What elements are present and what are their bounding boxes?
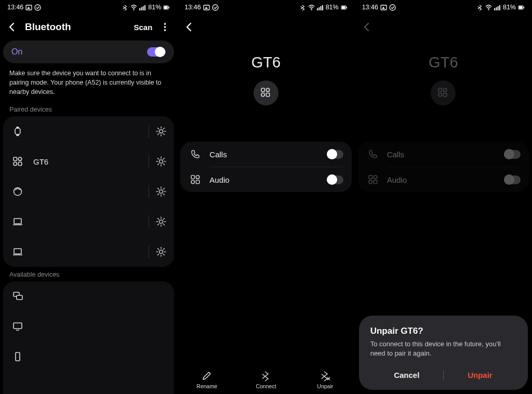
device-name-title: GT6 <box>355 54 532 71</box>
gear-icon[interactable] <box>155 156 167 167</box>
gear-icon[interactable] <box>155 246 167 257</box>
check-icon <box>389 4 396 11</box>
widget-icon <box>260 87 272 99</box>
back-button[interactable] <box>361 21 373 33</box>
battery-pct: 81% <box>326 4 339 11</box>
gear-icon[interactable] <box>155 216 167 227</box>
header: Bluetooth Scan <box>0 15 177 39</box>
feature-card: Calls Audio <box>358 142 529 192</box>
check-icon <box>34 4 41 11</box>
gear-icon[interactable] <box>155 186 167 197</box>
tv-icon <box>10 321 25 332</box>
paired-device-row[interactable] <box>3 176 174 207</box>
signal-icon <box>494 4 501 11</box>
wifi-icon <box>308 4 315 11</box>
available-device-row[interactable] <box>3 281 174 311</box>
status-bar: 13:46 81% <box>0 0 177 15</box>
screen-unpair-dialog: 13:46 81% GT6 Calls Audio <box>355 0 532 394</box>
unpair-icon <box>320 370 331 382</box>
available-devices-card <box>3 281 174 394</box>
connect-button[interactable]: Connect <box>236 365 296 394</box>
rename-button[interactable]: Rename <box>177 365 236 394</box>
device-name-title: GT6 <box>177 54 354 71</box>
device-icon-badge <box>431 80 456 105</box>
cancel-button[interactable]: Cancel <box>370 365 443 385</box>
header <box>177 15 354 39</box>
watch-icon <box>10 126 25 137</box>
bluetooth-icon <box>477 4 483 11</box>
laptop-icon <box>10 216 25 227</box>
status-time: 13:46 <box>184 4 201 11</box>
confirm-unpair-button[interactable]: Unpair <box>444 365 516 385</box>
dialog-title: Unpair GT6? <box>370 326 516 336</box>
audio-toggle <box>504 175 521 184</box>
paired-devices-card: GT6 <box>3 116 174 267</box>
unpair-button[interactable]: Unpair <box>296 365 355 394</box>
img-icon <box>203 4 210 11</box>
globe-icon <box>10 186 25 197</box>
phone-icon <box>366 148 380 160</box>
audio-row[interactable]: Audio <box>180 167 351 192</box>
signal-icon <box>317 4 324 11</box>
audio-toggle[interactable] <box>327 175 343 184</box>
available-device-row[interactable] <box>3 342 174 372</box>
gear-icon[interactable] <box>155 126 167 137</box>
phone-icon <box>189 148 202 160</box>
battery-pct: 81% <box>503 4 516 11</box>
bluetooth-icon <box>122 4 128 11</box>
pairing-info-text: Make sure the device you want to connect… <box>0 69 177 102</box>
widget-icon <box>189 174 202 185</box>
available-devices-label: Available devices <box>0 267 177 281</box>
bluetooth-icon <box>300 4 306 11</box>
battery-icon <box>341 4 348 11</box>
calls-toggle[interactable] <box>327 150 343 159</box>
page-title: Bluetooth <box>25 21 71 33</box>
calls-row[interactable]: Calls <box>180 142 351 167</box>
scan-button[interactable]: Scan <box>134 23 152 32</box>
bottom-action-bar: Rename Connect Unpair <box>177 365 354 394</box>
status-bar: 13:46 81% <box>355 0 532 15</box>
screen-bluetooth-list: 13:46 81% Bluetooth Scan On Make sure th… <box>0 0 177 394</box>
dialog-text: To connect to this device in the future,… <box>370 339 516 358</box>
calls-row: Calls <box>358 142 529 167</box>
pen-icon <box>201 370 212 382</box>
widget-icon <box>10 156 25 167</box>
battery-icon <box>163 4 170 11</box>
widget-icon <box>437 87 449 99</box>
overflow-menu-button[interactable] <box>158 21 171 33</box>
battery-pct: 81% <box>148 4 161 11</box>
header <box>355 15 532 39</box>
back-button[interactable] <box>183 21 195 33</box>
check-icon <box>212 4 219 11</box>
phone-icon <box>10 351 25 362</box>
audio-row: Audio <box>358 167 529 192</box>
img-icon <box>380 4 387 11</box>
signal-icon <box>139 4 146 11</box>
laptop-icon <box>10 246 25 257</box>
calls-toggle <box>504 150 521 159</box>
status-bar: 13:46 81% <box>177 0 354 15</box>
paired-device-row[interactable] <box>3 207 174 237</box>
back-button[interactable] <box>6 21 18 33</box>
status-time: 13:46 <box>362 4 378 11</box>
screen-device-detail: 13:46 81% GT6 Calls Audio <box>177 0 354 394</box>
widget-icon <box>366 174 380 185</box>
paired-device-row[interactable]: GT6 <box>3 146 174 176</box>
device-name: GT6 <box>33 157 48 166</box>
paired-device-row[interactable] <box>3 237 174 267</box>
paired-device-row[interactable] <box>3 116 174 146</box>
mirror-icon <box>10 291 25 302</box>
paired-devices-label: Paired devices <box>0 102 177 116</box>
battery-icon <box>518 4 525 11</box>
available-device-row[interactable] <box>3 311 174 342</box>
feature-card: Calls Audio <box>180 142 351 192</box>
device-icon-badge <box>254 80 278 105</box>
bluetooth-icon <box>260 370 272 382</box>
unpair-dialog: Unpair GT6? To connect to this device in… <box>359 316 528 390</box>
img-icon <box>25 4 32 11</box>
status-time: 13:46 <box>7 4 23 11</box>
bluetooth-master-toggle-row[interactable]: On <box>3 40 174 63</box>
feature-label: Audio <box>387 175 407 184</box>
feature-label: Calls <box>387 150 404 159</box>
bluetooth-toggle[interactable] <box>147 47 166 57</box>
